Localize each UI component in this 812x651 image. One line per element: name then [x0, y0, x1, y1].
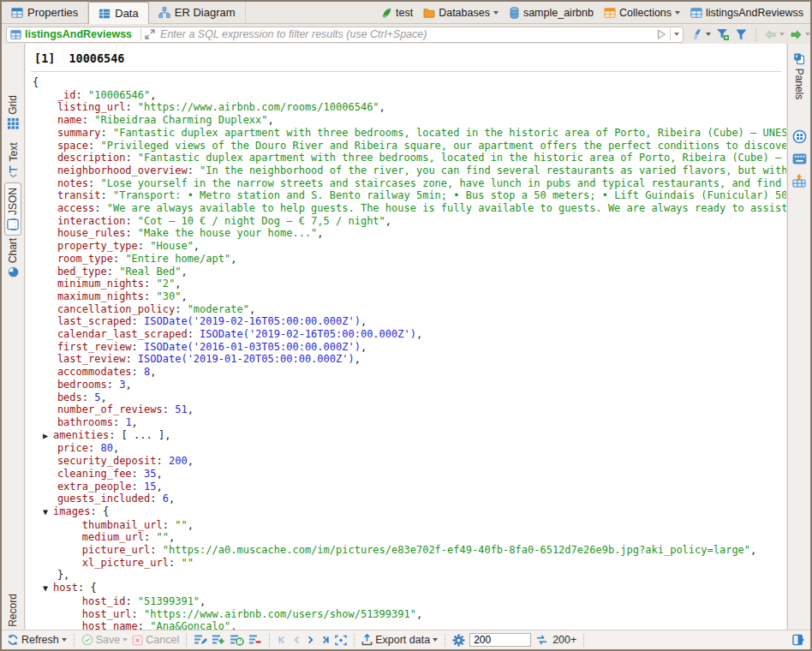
main-tab-bar: Properties Data ER Diagram test Database… — [2, 2, 810, 24]
prev-page-icon[interactable] — [292, 635, 302, 645]
document-header[interactable]: [1] 10006546 — [26, 44, 786, 71]
first-page-icon[interactable] — [277, 635, 288, 645]
focus-document-icon[interactable] — [335, 635, 347, 646]
bottom-toolbar: Refresh Save Cancel Export data — [2, 630, 810, 649]
collapse-toggle-icon[interactable]: ▼ — [33, 507, 53, 517]
add-filter-icon[interactable] — [716, 28, 730, 41]
save-label: Save — [96, 634, 121, 646]
query-forward-button[interactable] — [790, 30, 810, 39]
folder-icon — [423, 8, 435, 18]
json-line: summary: "Fantastic duplex apartment wit… — [33, 127, 786, 140]
query-back-button[interactable] — [764, 30, 785, 39]
json-line: ▼ host: { — [33, 582, 786, 595]
settings-gear-icon[interactable] — [452, 634, 465, 647]
clear-filter-button[interactable] — [690, 28, 711, 40]
connection-leaf-icon — [381, 7, 392, 18]
save-check-icon — [81, 634, 93, 646]
open-in-panel-icon[interactable] — [792, 634, 805, 646]
er-diagram-icon — [158, 7, 170, 19]
run-query-icon[interactable] — [657, 29, 666, 39]
view-tab-text[interactable]: Text — [2, 138, 24, 182]
result-count: 200+ — [552, 634, 576, 646]
json-line: ▶ amenities: [ ... ], — [33, 429, 786, 443]
json-line: price: 80, — [33, 442, 786, 455]
export-icon — [361, 634, 373, 646]
json-line: transit: "Transport: • Metro station and… — [33, 189, 786, 202]
json-line: house_rules: "Make the house your home..… — [33, 227, 786, 240]
breadcrumb-collection[interactable]: listingsAndReviewss — [690, 7, 803, 19]
divider — [583, 634, 584, 647]
page-size-input[interactable] — [469, 633, 531, 647]
breadcrumb-connection[interactable]: test — [381, 7, 413, 19]
filter-toolbar: listingsAndReviewss Enter a SQL expressi… — [2, 25, 810, 44]
panels-tab[interactable]: Panels — [788, 49, 810, 104]
json-line: minimum_nights: "2", — [33, 278, 786, 290]
save-button[interactable]: Save — [81, 634, 128, 646]
intellishell-icon[interactable] — [792, 129, 807, 144]
json-line: bedrooms: 3, — [33, 379, 786, 391]
refresh-button[interactable]: Refresh — [7, 634, 67, 646]
add-document-icon[interactable] — [212, 634, 225, 646]
forward-arrow-icon — [790, 30, 803, 39]
tab-er-diagram[interactable]: ER Diagram — [149, 2, 246, 23]
json-line: maximum_nights: "30", — [33, 290, 786, 303]
view-tab-chart[interactable]: Chart — [2, 236, 24, 280]
json-line: thumbnail_url: "", — [33, 519, 786, 532]
divider — [31, 71, 781, 72]
table-icon — [11, 7, 23, 19]
breadcrumb-collections[interactable]: Collections — [604, 7, 680, 19]
divider — [74, 634, 75, 647]
view-tab-grid[interactable]: Grid — [2, 90, 24, 134]
filter-icon[interactable] — [735, 28, 748, 41]
tab-label: Data — [115, 7, 138, 20]
chevron-down-icon — [433, 638, 438, 642]
edit-document-icon[interactable] — [194, 634, 207, 646]
collapse-toggle-icon[interactable]: ▼ — [33, 583, 53, 593]
json-line: security_deposit: 200, — [33, 455, 786, 468]
tab-properties[interactable]: Properties — [2, 2, 88, 23]
json-line: first_review: ISODate('2016-01-03T05:00:… — [33, 341, 786, 354]
breadcrumb-database[interactable]: sample_airbnb — [509, 7, 594, 19]
cancel-x-icon — [132, 635, 143, 646]
export-data-button[interactable]: Export data — [361, 634, 438, 646]
json-line: bed_type: "Real Bed", — [33, 266, 786, 278]
document-id: 10006546 — [69, 51, 124, 65]
collapse-toggle-icon[interactable]: ▶ — [33, 431, 53, 440]
chevron-down-icon — [675, 11, 680, 15]
view-tab-json[interactable]: {..} JSON — [2, 184, 24, 234]
json-view-icon: {..} — [7, 218, 19, 230]
database-name: sample_airbnb — [523, 7, 594, 19]
query-filter-box: listingsAndReviewss Enter a SQL expressi… — [6, 27, 684, 43]
eraser-icon — [690, 28, 703, 40]
chart-pie-icon — [8, 266, 19, 278]
collections-label: Collections — [619, 7, 672, 19]
chevron-down-icon — [779, 33, 785, 36]
divider — [670, 28, 671, 40]
cancel-button[interactable]: Cancel — [132, 634, 179, 646]
json-line: _id: "10006546", — [33, 89, 786, 102]
expand-editor-icon[interactable] — [145, 29, 155, 39]
json-line: bathrooms: 1, — [33, 416, 786, 429]
divider — [140, 28, 141, 40]
json-result-view: [1] 10006546 { _id: "10006546", listing_… — [26, 44, 786, 630]
breadcrumb-databases[interactable]: Databases — [423, 7, 499, 19]
fetch-more-icon[interactable] — [535, 635, 548, 645]
tab-label: Properties — [27, 6, 78, 19]
last-page-icon[interactable] — [319, 635, 331, 645]
json-line: cleaning_fee: 35, — [33, 468, 786, 481]
query-options-caret[interactable] — [674, 33, 679, 36]
import-table-icon[interactable] — [792, 174, 806, 188]
panels-label: Panels — [793, 69, 805, 100]
json-line: medium_url: "", — [33, 531, 786, 544]
delete-document-icon[interactable] — [248, 634, 262, 646]
chevron-down-icon — [122, 638, 128, 642]
json-line: room_type: "Entire home/apt", — [33, 253, 786, 266]
app-window: Properties Data ER Diagram test Database… — [0, 0, 812, 651]
replace-document-icon[interactable] — [230, 634, 244, 646]
tab-data[interactable]: Data — [88, 2, 148, 24]
next-page-icon[interactable] — [306, 635, 315, 645]
panels-strip: Panels — [787, 44, 810, 630]
keyboard-icon[interactable] — [792, 153, 807, 164]
sql-filter-input[interactable]: Enter a SQL expression to filter results… — [160, 28, 657, 40]
json-line: last_review: ISODate('2019-01-20T05:00:0… — [33, 353, 786, 366]
